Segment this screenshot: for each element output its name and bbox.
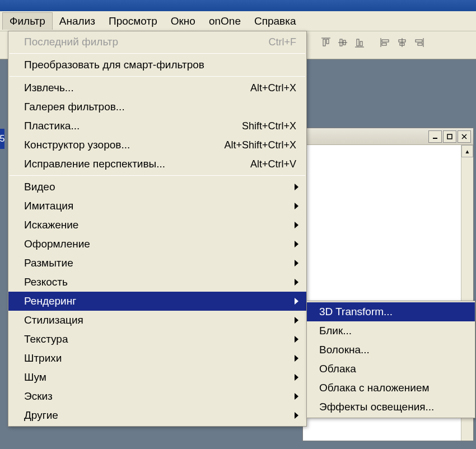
- close-button[interactable]: [458, 130, 471, 143]
- chevron-right-icon: [295, 336, 298, 343]
- menu-item-label: Текстура: [24, 333, 68, 345]
- menu-item-extract[interactable]: Извлечь... Alt+Ctrl+X: [8, 78, 306, 97]
- menu-analysis[interactable]: Анализ: [53, 13, 102, 30]
- chevron-right-icon: [295, 241, 298, 247]
- menu-item-liquify[interactable]: Пластика... Shift+Ctrl+X: [8, 116, 306, 135]
- ruler-fragment: 5: [0, 129, 4, 149]
- align-left-icon[interactable]: [379, 36, 392, 49]
- menu-item-pixelate[interactable]: Оформление: [8, 235, 306, 254]
- align-bottom-icon[interactable]: [353, 36, 366, 49]
- menu-item-noise[interactable]: Шум: [8, 368, 306, 387]
- menu-item-shortcut: Shift+Ctrl+X: [242, 120, 296, 132]
- submenu-item-difference-clouds[interactable]: Облака с наложением: [307, 378, 475, 397]
- menu-help[interactable]: Справка: [248, 13, 303, 30]
- menu-window[interactable]: Окно: [164, 13, 202, 30]
- menu-filter[interactable]: Фильтр: [2, 12, 53, 30]
- menu-item-brush-strokes[interactable]: Штрихи: [8, 349, 306, 368]
- menu-item-last-filter: Последний фильтр Ctrl+F: [8, 32, 306, 52]
- menu-item-blur[interactable]: Размытие: [8, 254, 306, 273]
- chevron-right-icon: [295, 222, 298, 228]
- menu-item-video[interactable]: Видео: [8, 177, 306, 197]
- chevron-right-icon: [295, 203, 298, 209]
- menu-item-label: Извлечь...: [24, 82, 74, 94]
- menu-item-shortcut: Alt+Shift+Ctrl+X: [224, 139, 296, 151]
- menu-item-label: Штрихи: [24, 352, 62, 364]
- menu-item-label: Преобразовать для смарт-фильтров: [24, 59, 204, 71]
- menu-item-other[interactable]: Другие: [8, 406, 306, 425]
- svg-rect-1: [323, 39, 325, 46]
- submenu-item-lens-flare[interactable]: Блик...: [307, 321, 475, 340]
- menu-item-label: Стилизация: [24, 314, 83, 326]
- menu-item-label: Оформление: [24, 238, 90, 250]
- menubar: Фильтр Анализ Просмотр Окно onOne Справк…: [0, 11, 476, 31]
- menu-item-pattern-maker[interactable]: Конструктор узоров... Alt+Shift+Ctrl+X: [8, 135, 306, 155]
- scroll-up-button[interactable]: ▲: [461, 145, 473, 157]
- filter-menu-dropdown: Последний фильтр Ctrl+F Преобразовать дл…: [8, 31, 307, 427]
- menu-item-label: Рендеринг: [24, 295, 76, 307]
- menu-item-shortcut: Ctrl+F: [269, 36, 297, 48]
- menu-item-label: Размытие: [24, 257, 73, 269]
- chevron-right-icon: [295, 279, 298, 286]
- menu-separator: [10, 53, 305, 54]
- menu-item-distort[interactable]: Искажение: [8, 216, 306, 235]
- svg-rect-7: [357, 39, 359, 46]
- svg-rect-11: [382, 43, 386, 45]
- menu-item-render[interactable]: Рендеринг: [8, 292, 306, 311]
- menu-item-label: Исправление перспективы...: [24, 158, 165, 170]
- menu-item-label: Эскиз: [24, 390, 53, 403]
- align-right-icon[interactable]: [412, 36, 426, 49]
- menu-separator: [10, 76, 305, 77]
- menu-item-label: Другие: [24, 409, 58, 422]
- menu-onone[interactable]: onOne: [202, 13, 248, 30]
- align-top-icon[interactable]: [319, 36, 333, 49]
- svg-rect-2: [326, 39, 329, 44]
- app-titlebar: [0, 0, 476, 11]
- chevron-right-icon: [295, 184, 298, 190]
- align-hcenter-icon[interactable]: [395, 36, 409, 49]
- chevron-right-icon: [295, 374, 298, 381]
- chevron-right-icon: [295, 260, 298, 266]
- chevron-right-icon: [295, 393, 298, 400]
- svg-rect-16: [416, 40, 422, 42]
- svg-rect-8: [360, 41, 362, 46]
- menu-item-label: Конструктор узоров...: [24, 139, 130, 151]
- submenu-item-fibers[interactable]: Волокна...: [307, 340, 475, 359]
- menu-item-shortcut: Alt+Ctrl+X: [250, 82, 296, 94]
- menu-item-label: Резкость: [24, 276, 68, 288]
- svg-rect-17: [418, 43, 422, 45]
- menu-item-stylize[interactable]: Стилизация: [8, 311, 306, 330]
- menu-item-label: Шум: [24, 371, 46, 383]
- render-submenu: 3D Transform... Блик... Волокна... Облак…: [306, 301, 475, 418]
- menu-item-artistic[interactable]: Имитация: [8, 197, 306, 216]
- menu-item-label: Имитация: [24, 200, 73, 212]
- menu-item-shortcut: Alt+Ctrl+V: [250, 158, 296, 170]
- menu-item-sketch[interactable]: Эскиз: [8, 387, 306, 406]
- svg-rect-19: [447, 134, 452, 139]
- menu-item-label: Галерея фильтров...: [24, 101, 125, 113]
- menu-item-vanishing-point[interactable]: Исправление перспективы... Alt+Ctrl+V: [8, 155, 306, 174]
- menu-item-label: Искажение: [24, 219, 78, 231]
- submenu-item-lighting-effects[interactable]: Эффекты освещения...: [307, 397, 475, 417]
- chevron-right-icon: [295, 298, 298, 305]
- align-icons-group: [319, 36, 436, 49]
- menu-item-label: Видео: [24, 181, 55, 193]
- menu-item-label: Последний фильтр: [24, 36, 118, 48]
- menu-item-filter-gallery[interactable]: Галерея фильтров...: [8, 97, 306, 116]
- minimize-button[interactable]: [428, 130, 442, 143]
- menu-view[interactable]: Просмотр: [102, 13, 164, 30]
- chevron-right-icon: [295, 412, 298, 419]
- maximize-button[interactable]: [443, 130, 456, 143]
- menu-item-label: Пластика...: [24, 120, 80, 132]
- chevron-right-icon: [295, 355, 298, 362]
- menu-separator: [10, 175, 305, 176]
- svg-rect-10: [382, 40, 389, 42]
- chevron-right-icon: [295, 317, 298, 324]
- menu-item-smart-filters[interactable]: Преобразовать для смарт-фильтров: [8, 55, 306, 74]
- submenu-item-3d-transform[interactable]: 3D Transform...: [307, 302, 475, 321]
- document-titlebar[interactable]: [303, 128, 473, 145]
- menu-item-texture[interactable]: Текстура: [8, 330, 306, 349]
- align-vcenter-icon[interactable]: [336, 36, 349, 49]
- menu-item-sharpen[interactable]: Резкость: [8, 273, 306, 292]
- submenu-item-clouds[interactable]: Облака: [307, 359, 475, 378]
